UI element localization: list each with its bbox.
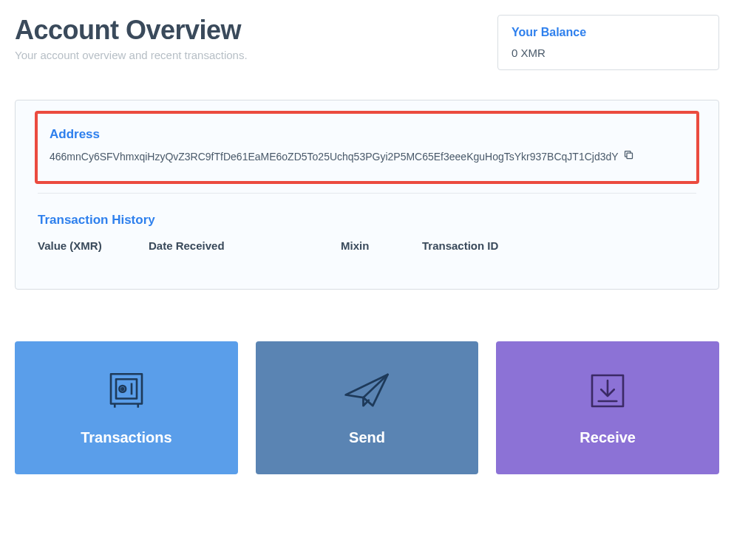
send-card[interactable]: Send bbox=[256, 341, 479, 474]
action-cards: Transactions Send Receive bbox=[15, 341, 719, 474]
address-label: Address bbox=[50, 127, 684, 142]
balance-label: Your Balance bbox=[512, 26, 705, 39]
transactions-card[interactable]: Transactions bbox=[15, 341, 238, 474]
page-title: Account Overview bbox=[15, 15, 248, 46]
download-icon bbox=[587, 370, 628, 414]
receive-label: Receive bbox=[580, 429, 636, 446]
col-mixin: Mixin bbox=[341, 239, 422, 252]
page-subtitle: Your account overview and recent transac… bbox=[15, 49, 248, 61]
col-date: Date Received bbox=[149, 239, 341, 252]
send-label: Send bbox=[349, 429, 385, 446]
page-header: Account Overview Your account overview a… bbox=[15, 15, 248, 61]
history-columns: Value (XMR) Date Received Mixin Transact… bbox=[38, 239, 696, 252]
svg-rect-0 bbox=[627, 153, 633, 159]
svg-point-4 bbox=[121, 388, 123, 390]
address-value: 466mnCy6SFVhmxqiHzyQvZ3RC9fTfDe61EaME6oZ… bbox=[50, 151, 619, 163]
divider bbox=[38, 193, 696, 194]
balance-value: 0 XMR bbox=[512, 47, 705, 59]
copy-icon[interactable] bbox=[623, 149, 634, 163]
col-txid: Transaction ID bbox=[422, 239, 696, 252]
safe-icon bbox=[106, 370, 147, 414]
overview-panel: Address 466mnCy6SFVhmxqiHzyQvZ3RC9fTfDe6… bbox=[15, 100, 719, 290]
receive-card[interactable]: Receive bbox=[496, 341, 719, 474]
col-value: Value (XMR) bbox=[38, 239, 149, 252]
paper-plane-icon bbox=[343, 370, 392, 414]
address-highlight-box: Address 466mnCy6SFVhmxqiHzyQvZ3RC9fTfDe6… bbox=[35, 111, 699, 184]
history-label: Transaction History bbox=[38, 213, 696, 228]
transactions-label: Transactions bbox=[81, 429, 171, 446]
balance-card: Your Balance 0 XMR bbox=[497, 15, 719, 70]
